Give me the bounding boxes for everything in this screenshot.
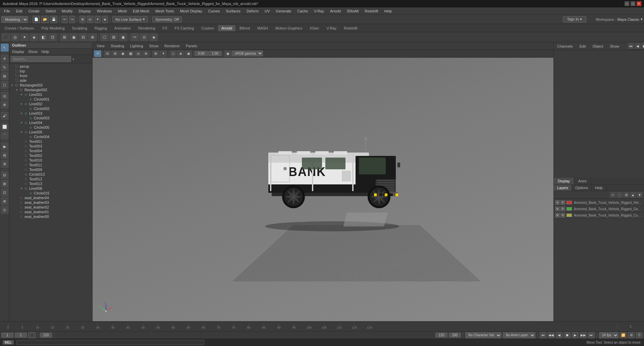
tree-arrow[interactable]: ▼ <box>20 187 23 190</box>
tree-item[interactable]: □ Text001 <box>9 139 92 144</box>
tree-item[interactable]: □ seat_leather00 <box>9 214 92 219</box>
vp-grid-btn[interactable]: ⊞ <box>152 50 159 57</box>
tab-rendering[interactable]: Rendering <box>135 25 159 31</box>
tree-item[interactable]: □ Text009 <box>9 167 92 172</box>
soft-select-btn[interactable]: ◉ <box>69 33 78 41</box>
tree-item[interactable]: □ Text013 <box>9 181 92 186</box>
soft-mod-btn[interactable]: ◎ <box>1 92 9 100</box>
tree-item[interactable]: ⬛ side <box>9 78 92 83</box>
tree-item[interactable]: ◇ Circle015 <box>9 191 92 195</box>
menu-mesh-display[interactable]: Mesh Display <box>177 8 205 14</box>
ipr-btn[interactable]: ⊞ <box>1 151 9 159</box>
prev-frame-btn[interactable]: ⏮ <box>540 332 546 338</box>
viewport-canvas[interactable]: BANK <box>93 58 553 321</box>
fps-select[interactable]: 24 fps <box>599 332 619 338</box>
tree-arrow[interactable]: ▼ <box>20 93 23 96</box>
tab-arnold[interactable]: Arnold <box>218 25 235 31</box>
menu-edit-mesh[interactable]: Edit Mesh <box>130 8 152 14</box>
range-start-input[interactable] <box>435 333 447 338</box>
menu-select[interactable]: Select <box>43 8 59 14</box>
sub-tab-layers[interactable]: Layers <box>554 185 572 191</box>
quick-sel-4[interactable]: ⊕ <box>1 197 9 205</box>
menu-cache[interactable]: Cache <box>294 8 311 14</box>
tree-item[interactable]: □ seat_leather03 <box>9 200 92 205</box>
close-button[interactable]: ✕ <box>637 1 641 6</box>
menu-deform[interactable]: Deform <box>244 8 261 14</box>
redo-btn[interactable]: ↪ <box>69 16 75 23</box>
tree-item[interactable]: ▼ ⬡ Rectangle003 <box>9 83 92 88</box>
layer-vis-btn[interactable]: V <box>555 207 560 211</box>
combine-btn[interactable]: ⊕ <box>88 33 97 41</box>
vp-layout-btn[interactable]: ⊕ <box>142 50 150 57</box>
bridge-btn[interactable]: ⊞ <box>109 33 118 41</box>
tree-item[interactable]: ▼ ◇ Line001 <box>9 92 92 97</box>
range-end-input[interactable] <box>449 333 461 338</box>
snap-surface-btn[interactable]: ◈ <box>102 16 108 23</box>
time-display-btn[interactable]: ⏱ <box>636 332 643 338</box>
tree-arrow[interactable]: ▼ <box>15 89 19 92</box>
menu-redshift[interactable]: Redshift <box>362 8 381 14</box>
vp-comp-mode-btn[interactable]: ◉ <box>185 50 192 57</box>
tree-item[interactable]: ◇ Circle003 <box>9 116 92 120</box>
move-tool-btn[interactable]: ✛ <box>1 55 9 63</box>
tree-item[interactable]: □ seat_leather04 <box>9 195 92 200</box>
ch-back-btn[interactable]: ◀ <box>635 43 641 49</box>
snap-point-btn[interactable]: ✦ <box>95 16 101 23</box>
vp-obj-mode-btn[interactable]: ◈ <box>177 50 184 57</box>
vp-view-menu[interactable]: View <box>94 43 107 49</box>
last-used-btn[interactable]: ◻ <box>1 81 9 89</box>
tab-mash[interactable]: MASH <box>254 25 271 31</box>
search-dropdown[interactable]: ▾ <box>72 57 74 61</box>
prev-key-btn[interactable]: ◀◀ <box>548 332 554 338</box>
tree-item[interactable]: ◇ Circle004 <box>9 134 92 139</box>
tab-rigging[interactable]: Rigging <box>91 25 110 31</box>
vp-sel-mode-btn[interactable]: ◻ <box>169 50 177 57</box>
snap-edge-btn[interactable]: ◈ <box>30 33 38 41</box>
menu-vray[interactable]: V-Ray <box>311 8 327 14</box>
mode-select[interactable]: Modeling <box>1 16 28 23</box>
menu-file[interactable]: File <box>1 8 13 14</box>
tree-item[interactable]: ▼ ◇ Line005 <box>9 130 92 134</box>
menu-mesh[interactable]: Mesh <box>115 8 129 14</box>
layer-playback-btn[interactable]: P <box>560 200 565 205</box>
maximize-button[interactable]: □ <box>631 1 635 6</box>
outliner-display-menu[interactable]: Display <box>10 49 26 54</box>
tree-arrow[interactable]: ▼ <box>11 84 14 87</box>
tree-item[interactable]: ◇ Circle001 <box>9 97 92 102</box>
tab-custom[interactable]: Custom <box>198 25 217 31</box>
tab-xgen[interactable]: XGen <box>306 25 322 31</box>
tab-anim[interactable]: Anim <box>574 178 591 184</box>
start-frame-input[interactable] <box>1 333 13 338</box>
mirror-btn[interactable]: ⊟ <box>79 33 88 41</box>
snap-live-btn[interactable]: ◎ <box>11 33 19 41</box>
tree-item[interactable]: □ Text002 <box>9 153 92 158</box>
tree-item[interactable]: ▼ ◇ Line002 <box>9 102 92 106</box>
loop-btn[interactable]: 🔁 <box>620 332 627 338</box>
menu-create[interactable]: Create <box>26 8 42 14</box>
layer-scroll-up[interactable]: ▲ <box>630 192 636 198</box>
tree-item[interactable]: □ seat_leather02 <box>9 205 92 210</box>
tree-item[interactable]: ⬛ persp <box>9 64 92 69</box>
tree-arrow[interactable]: ▼ <box>20 112 23 115</box>
layer-del-btn[interactable]: - <box>616 192 623 198</box>
tree-arrow[interactable]: ▼ <box>20 103 23 106</box>
playback-settings-btn[interactable]: ⚙ <box>628 332 635 338</box>
stop-btn[interactable]: ⏹ <box>564 332 571 338</box>
vp-lighting-menu[interactable]: Lighting <box>127 43 146 49</box>
tree-item[interactable]: ◇ Circle005 <box>9 125 92 130</box>
select-hierarchy-btn[interactable]: ⬛ <box>1 33 10 41</box>
vp-shaded-btn[interactable]: ◉ <box>119 50 126 57</box>
frame-cache-btn[interactable]: ⬛ <box>28 332 36 338</box>
channels-menu[interactable]: Channels <box>555 44 575 49</box>
tab-animation[interactable]: Animation <box>111 25 134 31</box>
layer-add-btn[interactable]: + <box>610 192 616 198</box>
tab-vray[interactable]: V-Ray <box>323 25 340 31</box>
menu-curves[interactable]: Curves <box>206 8 223 14</box>
select-tool-btn[interactable]: ↖ <box>1 44 9 52</box>
snap-uvs-btn[interactable]: ⊡ <box>48 33 57 41</box>
layer-vis-btn[interactable]: V <box>555 200 560 205</box>
tab-fx-caching[interactable]: FX Caching <box>171 25 197 31</box>
vp-panels-menu[interactable]: Panels <box>183 43 200 49</box>
layer-color-swatch[interactable] <box>567 214 572 217</box>
outliner-show-menu[interactable]: Show <box>26 49 40 54</box>
